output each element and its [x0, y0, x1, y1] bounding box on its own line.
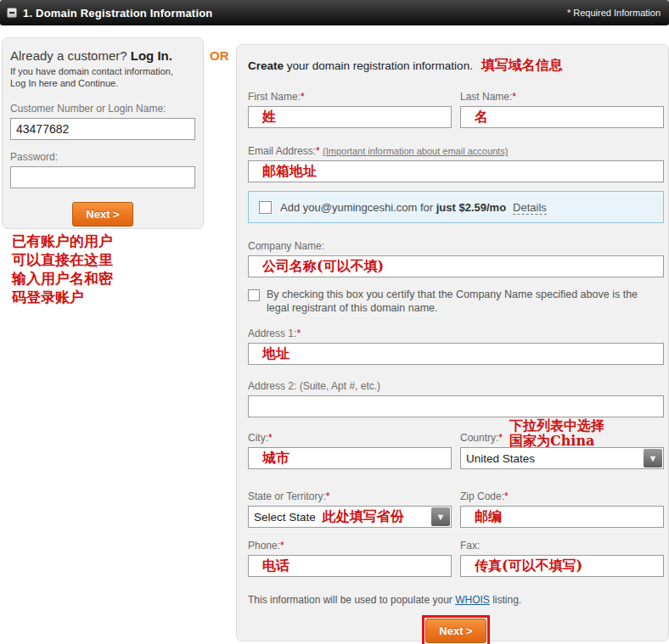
address1-input[interactable]: [248, 343, 664, 365]
city-input[interactable]: [248, 447, 452, 469]
login-annotation: 已有账户的用户 可以直接在这里 输入用户名和密 码登录账户: [12, 232, 113, 306]
login-title-login: Log In.: [131, 48, 172, 63]
company-cert-row: By checking this box you certify that th…: [248, 288, 664, 315]
email-info-link[interactable]: (Important information about email accou…: [323, 146, 508, 156]
address2-input[interactable]: [248, 395, 664, 417]
customer-number-input[interactable]: [10, 118, 195, 140]
chevron-down-icon: ▼: [431, 507, 450, 526]
country-select[interactable]: United States ▼: [460, 447, 664, 469]
state-annotation: 此处填写省份: [323, 508, 404, 526]
zip-input[interactable]: [460, 506, 664, 528]
section-header: 1. Domain Registration Information * Req…: [0, 0, 669, 25]
or-separator: OR: [210, 48, 229, 63]
section-title: 1. Domain Registration Information: [23, 7, 212, 20]
collapse-icon[interactable]: [7, 8, 17, 18]
customer-number-label: Customer Number or Login Name:: [10, 103, 195, 115]
whois-link[interactable]: WHOIS: [455, 594, 490, 606]
next-button-highlight: Next >: [422, 615, 489, 644]
state-label: State or Territory:*: [248, 490, 452, 502]
login-next-button[interactable]: Next >: [72, 202, 132, 227]
last-name-label: Last Name:*: [460, 91, 664, 103]
login-title-question: Already a customer?: [10, 48, 127, 63]
form-heading: Create your domain registration informat…: [248, 57, 664, 75]
fax-label: Fax:: [460, 540, 664, 552]
registration-form-panel: Create your domain registration informat…: [236, 44, 669, 641]
address2-label: Address 2: (Suite, Apt #, etc.): [248, 380, 664, 392]
password-input[interactable]: [10, 166, 195, 188]
address1-label: Address 1:*: [248, 328, 664, 339]
login-title: Already a customer? Log In.: [10, 48, 195, 63]
email-offer-text: Add you@yumingceshi.com for just $2.59/m…: [280, 201, 547, 214]
page: 1. Domain Registration Information * Req…: [0, 0, 669, 644]
email-offer-checkbox[interactable]: [259, 201, 272, 214]
chevron-down-icon: ▼: [644, 449, 662, 468]
form-next-button[interactable]: Next >: [425, 619, 486, 643]
password-label: Password:: [10, 151, 195, 163]
email-input[interactable]: [248, 160, 664, 182]
form-heading-annotation: 填写域名信息: [481, 57, 563, 73]
zip-label: Zip Code:*: [460, 490, 664, 502]
phone-label: Phone:*: [248, 540, 452, 552]
fax-input[interactable]: [460, 555, 664, 577]
last-name-input[interactable]: [460, 106, 664, 128]
phone-input[interactable]: [248, 555, 452, 577]
country-annotation: 下拉列表中选择 国家为China: [509, 418, 604, 449]
email-offer-details-link[interactable]: Details: [513, 201, 547, 215]
login-panel: Already a customer? Log In. If you have …: [2, 37, 204, 229]
city-label: City:*: [248, 432, 452, 444]
company-name-label: Company Name:: [248, 240, 664, 252]
company-cert-checkbox[interactable]: [248, 289, 260, 301]
company-name-input[interactable]: [248, 255, 664, 277]
state-select[interactable]: Select State 此处填写省份 ▼: [248, 506, 452, 528]
required-note: * Required Information: [567, 8, 661, 18]
company-cert-text: By checking this box you certify that th…: [267, 288, 659, 315]
first-name-input[interactable]: [248, 106, 452, 128]
email-label: Email Address:* (Important information a…: [248, 145, 664, 157]
login-subtitle: If you have domain contact information, …: [10, 65, 195, 89]
email-offer-box: Add you@yumingceshi.com for just $2.59/m…: [248, 191, 664, 223]
whois-note: This information will be used to populat…: [248, 594, 664, 606]
first-name-label: First Name:*: [248, 91, 452, 103]
